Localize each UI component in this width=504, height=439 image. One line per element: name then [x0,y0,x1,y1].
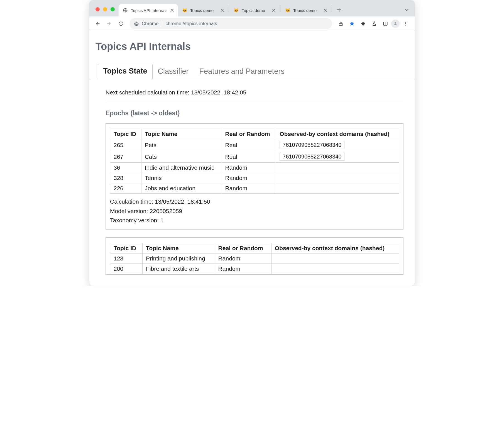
hash-chip: 7610709088227068340 [280,153,344,161]
col-real-random: Real or Random [222,129,276,139]
hash-chip: 7610709088227068340 [280,141,344,149]
profile-button[interactable] [391,19,400,28]
browser-tab-title: Topics demo [242,8,268,13]
menu-button[interactable] [400,18,411,29]
col-topic-id: Topic ID [110,129,141,139]
window-close[interactable] [96,7,100,11]
tab-content: Next scheduled calculation time: 13/05/2… [89,79,415,286]
address-bar[interactable]: Chrome chrome://topics-internals [129,18,332,29]
browser-tab-0[interactable]: Topics API Internals [119,4,178,16]
next-calc-label: Next scheduled calculation time: [106,89,191,96]
page-tabs: Topics State Classifier Features and Par… [89,64,415,79]
close-icon[interactable] [271,8,276,13]
cell-name: Fibre and textile arts [143,264,215,274]
scheme-label: Chrome [142,21,158,26]
url-display: chrome://topics-internals [165,21,217,26]
reload-button[interactable] [116,18,126,29]
extensions-button[interactable] [358,18,368,29]
cell-hash: 7610709088227068340 [276,151,399,163]
toolbar: Chrome chrome://topics-internals [89,16,415,31]
window-controls [93,7,119,16]
cell-kind: Random [222,183,276,194]
toolbar-actions [336,18,412,29]
tab-features-parameters[interactable]: Features and Parameters [194,64,290,79]
cat-icon: 🐱 [285,8,290,13]
cell-id: 226 [110,183,141,194]
epoch-box: Topic ID Topic Name Real or Random Obser… [106,123,403,230]
page-title: Topics API Internals [96,41,415,52]
back-button[interactable] [92,18,103,29]
col-observed-hashed: Observed-by context domains (hashed) [271,243,399,253]
epochs-heading: Epochs (latest -> oldest) [106,109,403,117]
cell-name: Printing and publishing [143,253,215,264]
site-info[interactable]: Chrome [134,21,158,26]
tab-separator [280,5,280,12]
cell-kind: Random [215,253,271,264]
tab-overflow-button[interactable] [403,6,411,14]
browser-tab-title: Topics demo [293,8,320,13]
svg-rect-5 [383,22,387,25]
browser-tab-title: Topics API Internals [131,8,167,13]
tab-separator [229,5,229,12]
labs-button[interactable] [369,18,380,29]
chrome-icon [134,21,139,26]
cell-name: Tennis [141,173,222,183]
cell-name: Pets [141,139,222,151]
browser-tab-2[interactable]: 🐱 Topics demo [229,4,280,16]
cell-kind: Random [215,264,271,274]
col-topic-id: Topic ID [110,243,143,253]
topics-table: Topic ID Topic Name Real or Random Obser… [110,243,399,274]
browser-tab-3[interactable]: 🐱 Topics demo [281,4,331,16]
table-row: 200 Fibre and textile arts Random [110,264,399,274]
cell-hash [276,183,399,194]
table-row: 123 Printing and publishing Random [110,253,399,264]
tab-separator [332,5,332,12]
svg-point-7 [405,22,406,23]
divider [106,102,403,102]
browser-tab-title: Topics demo [190,8,217,13]
cell-kind: Random [222,163,276,173]
svg-point-8 [405,23,406,24]
svg-point-4 [374,25,375,25]
cell-hash [271,264,399,274]
cell-hash [276,163,399,173]
col-topic-name: Topic Name [143,243,215,253]
share-button[interactable] [336,18,346,29]
close-icon[interactable] [323,8,328,13]
close-icon[interactable] [220,8,225,13]
cell-kind: Real [222,139,276,151]
globe-icon [123,8,128,13]
tab-strip: Topics API Internals 🐱 Topics demo 🐱 Top… [89,0,415,16]
tab-classifier[interactable]: Classifier [153,64,194,79]
browser-tab-1[interactable]: 🐱 Topics demo [178,4,228,16]
next-calc-value: 13/05/2022, 18:42:05 [191,89,246,96]
epoch-meta: Calculation time: 13/05/2022, 18:41:50 M… [110,197,399,225]
cell-name: Jobs and education [141,183,222,194]
calc-time-value: 13/05/2022, 18:41:50 [155,198,210,205]
window-zoom[interactable] [111,7,115,11]
side-panel-button[interactable] [380,18,391,29]
cell-id: 200 [110,264,143,274]
cell-hash [276,173,399,183]
close-icon[interactable] [170,8,175,13]
cat-icon: 🐱 [182,8,187,13]
calc-time-label: Calculation time: [110,198,155,205]
cell-name: Cats [141,151,222,163]
next-calc-line: Next scheduled calculation time: 13/05/2… [106,89,403,96]
table-row: 226 Jobs and education Random [110,183,399,194]
window-minimize[interactable] [103,7,107,11]
forward-button[interactable] [104,18,114,29]
new-tab-button[interactable] [334,5,344,15]
cell-hash [271,253,399,264]
col-observed-hashed: Observed-by context domains (hashed) [276,129,399,139]
cell-id: 265 [110,139,141,151]
tab-topics-state[interactable]: Topics State [98,64,153,79]
cell-kind: Real [222,151,276,163]
topics-table: Topic ID Topic Name Real or Random Obser… [110,129,399,194]
bookmark-button[interactable] [347,18,357,29]
omnibox-divider [162,21,162,26]
table-row: 328 Tennis Random [110,173,399,183]
cell-id: 36 [110,163,141,173]
page-content: Topics API Internals Topics State Classi… [89,31,415,286]
epoch-box: Topic ID Topic Name Real or Random Obser… [106,237,403,275]
